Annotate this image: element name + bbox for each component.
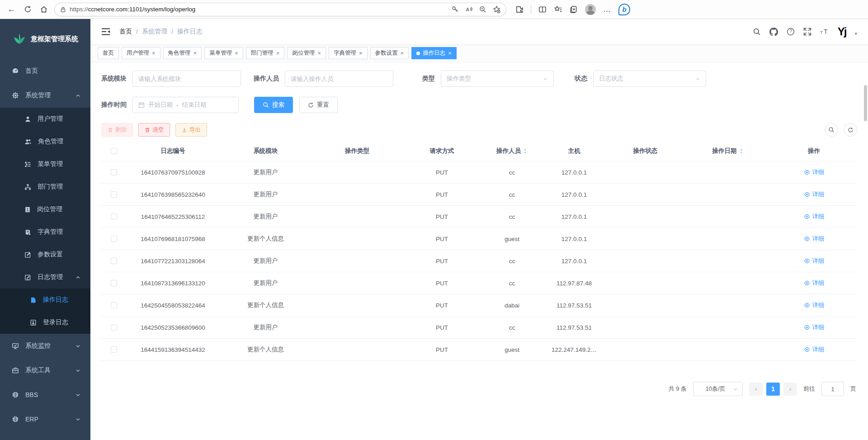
operator-input[interactable]: [291, 76, 387, 82]
sidebar-item-monitor[interactable]: 系统监控: [0, 334, 90, 358]
breadcrumb-home[interactable]: 首页: [119, 28, 132, 36]
sort-icon[interactable]: [739, 148, 744, 154]
close-icon[interactable]: ×: [193, 50, 197, 57]
lock-icon[interactable]: [60, 6, 66, 13]
sidebar-item-depts[interactable]: 部门管理: [0, 175, 90, 198]
browser-menu-icon[interactable]: …: [603, 5, 611, 14]
user-avatar-logo[interactable]: Yj: [838, 26, 846, 37]
user-menu-caret-icon[interactable]: ▾: [854, 31, 857, 37]
github-icon[interactable]: [769, 28, 778, 36]
tab-home[interactable]: 首页: [98, 47, 119, 59]
refresh-table-button[interactable]: [844, 123, 857, 137]
sidebar-item-tools[interactable]: 系统工具: [0, 358, 90, 383]
tab-config[interactable]: 参数设置×: [370, 47, 409, 59]
browser-refresh-button[interactable]: [21, 3, 34, 16]
sidebar-item-logs[interactable]: 日志管理: [0, 266, 90, 289]
export-button[interactable]: 导出: [175, 123, 207, 137]
type-select[interactable]: 操作类型: [441, 71, 554, 87]
select-all-checkbox[interactable]: [111, 148, 117, 154]
sidebar-item-operlog[interactable]: 操作日志: [0, 289, 90, 311]
col-operator[interactable]: 操作人员: [481, 147, 542, 155]
sidebar-item-config[interactable]: 参数设置: [0, 243, 90, 266]
sidebar-item-menus[interactable]: 菜单管理: [0, 153, 90, 175]
sidebar-item-loginlog[interactable]: 登录日志: [0, 311, 90, 334]
zoom-out-icon[interactable]: [479, 6, 486, 13]
tab-menus[interactable]: 菜单管理×: [204, 47, 243, 59]
tab-posts[interactable]: 岗位管理×: [287, 47, 326, 59]
sidebar-item-yi-framework[interactable]: Yi框架: [0, 431, 90, 440]
browser-profile-avatar[interactable]: [585, 4, 596, 15]
close-icon[interactable]: ×: [401, 50, 404, 57]
close-icon[interactable]: ×: [317, 50, 321, 57]
status-select[interactable]: 日志状态: [593, 71, 706, 87]
row-checkbox[interactable]: [111, 258, 117, 264]
end-date-placeholder[interactable]: 结束日期: [182, 101, 207, 109]
fullscreen-icon[interactable]: [803, 28, 811, 36]
start-date-placeholder[interactable]: 开始日期: [148, 101, 173, 109]
detail-link[interactable]: 详细: [804, 279, 825, 287]
sidebar-item-dicts[interactable]: 字典管理: [0, 221, 90, 243]
tab-dicts[interactable]: 字典管理×: [329, 47, 368, 59]
tab-operlog-active[interactable]: 操作日志×: [411, 47, 457, 59]
sidebar-item-erp[interactable]: ERP: [0, 407, 90, 431]
sidebar-item-home[interactable]: 首页: [0, 59, 90, 83]
sidebar-item-bbs[interactable]: BBS: [0, 383, 90, 407]
row-checkbox[interactable]: [111, 280, 117, 286]
tab-roles[interactable]: 角色管理×: [163, 47, 202, 59]
row-checkbox[interactable]: [111, 236, 117, 242]
browser-back-button[interactable]: ←: [5, 3, 18, 16]
detail-link[interactable]: 详细: [804, 190, 825, 199]
address-bar[interactable]: https://ccnetcore.com:1101/system/log/op…: [54, 3, 506, 16]
sidebar-item-users[interactable]: 用户管理: [0, 108, 90, 130]
split-screen-icon[interactable]: [538, 5, 547, 14]
browser-home-button[interactable]: [37, 3, 51, 16]
detail-link[interactable]: 详细: [804, 213, 825, 221]
favorite-add-icon[interactable]: [493, 5, 500, 13]
collapse-sidebar-icon[interactable]: [101, 28, 110, 36]
read-aloud-icon[interactable]: A: [465, 6, 473, 13]
password-key-icon[interactable]: [452, 6, 459, 13]
bing-chat-icon[interactable]: b: [618, 4, 630, 15]
font-size-icon[interactable]: TT: [820, 28, 829, 36]
current-page-button[interactable]: 1: [766, 383, 780, 396]
header-search-icon[interactable]: [753, 28, 761, 36]
extensions-icon[interactable]: [515, 5, 524, 14]
tab-depts[interactable]: 部门管理×: [246, 47, 285, 59]
sidebar-item-posts[interactable]: 岗位管理: [0, 198, 90, 221]
close-icon[interactable]: ×: [276, 50, 280, 57]
sort-icon[interactable]: [523, 148, 528, 154]
row-checkbox[interactable]: [111, 213, 117, 220]
next-page-button[interactable]: ›: [783, 383, 797, 396]
detail-link[interactable]: 详细: [804, 257, 825, 265]
toggle-search-button[interactable]: [825, 123, 838, 137]
col-date[interactable]: 操作日期: [685, 147, 771, 155]
close-icon[interactable]: ×: [235, 50, 238, 57]
goto-page-input[interactable]: [821, 382, 844, 396]
detail-link[interactable]: 详细: [804, 345, 825, 354]
close-icon[interactable]: ×: [152, 50, 156, 57]
module-input[interactable]: [138, 76, 235, 82]
row-checkbox[interactable]: [111, 324, 117, 331]
daterange-picker[interactable]: 开始日期 - 结束日期: [132, 97, 239, 113]
row-checkbox[interactable]: [111, 302, 117, 308]
tab-users[interactable]: 用户管理×: [122, 47, 160, 59]
detail-link[interactable]: 详细: [804, 301, 825, 309]
help-icon[interactable]: ?: [787, 28, 795, 36]
detail-link[interactable]: 详细: [804, 168, 825, 176]
breadcrumb-system[interactable]: 系统管理: [142, 28, 167, 36]
page-scrollbar[interactable]: [864, 85, 867, 440]
collections-icon[interactable]: [570, 5, 578, 14]
prev-page-button[interactable]: ‹: [749, 383, 763, 396]
delete-button[interactable]: 删除: [101, 123, 133, 137]
detail-link[interactable]: 详细: [804, 323, 825, 331]
favorites-bar-icon[interactable]: [554, 5, 562, 14]
row-checkbox[interactable]: [111, 191, 117, 198]
close-icon[interactable]: ×: [448, 50, 452, 57]
page-size-select[interactable]: 10条/页: [693, 382, 743, 396]
row-checkbox[interactable]: [111, 346, 117, 353]
reset-button[interactable]: 重置: [299, 97, 338, 113]
detail-link[interactable]: 详细: [804, 235, 825, 243]
sidebar-item-roles[interactable]: 角色管理: [0, 130, 90, 153]
sidebar-item-system[interactable]: 系统管理: [0, 83, 90, 108]
search-button[interactable]: 搜索: [254, 97, 293, 113]
